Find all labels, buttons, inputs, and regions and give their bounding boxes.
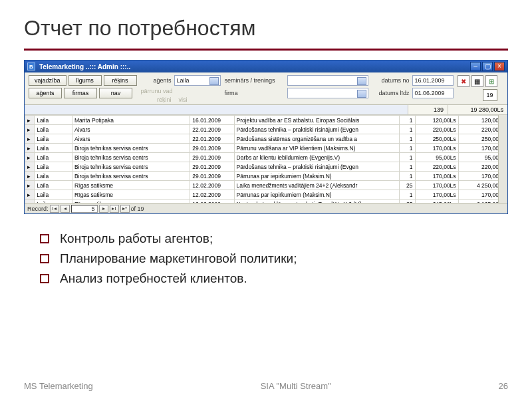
date-to-label: datums līdz — [372, 90, 410, 96]
cell: Laila — [35, 144, 72, 153]
cell: Pārrunu vadīšana ar VIP klientiem (Maksi… — [234, 144, 399, 153]
minimize-button[interactable]: – — [470, 62, 481, 71]
record-position[interactable]: 5 — [71, 205, 98, 213]
cell: Pārdošanas tehnika – praktiski risinājum… — [234, 125, 399, 134]
cell: 95,00Ls — [415, 153, 458, 162]
data-grid[interactable]: ▸LailaMarita Potipaka16.01.2009Projektu … — [25, 115, 507, 203]
cell: ▸ — [25, 125, 35, 134]
cell: Pārrunas par iepirkumiem (Maksim.N) — [234, 172, 399, 181]
cell: 1 — [399, 162, 415, 172]
table-row[interactable]: ▸LailaAivars22.01.2009Pārdošanas sistēma… — [25, 134, 507, 144]
cell: 170,00Ls — [415, 181, 458, 190]
cell: 22.01.2009 — [190, 134, 234, 144]
cell: 1 — [399, 172, 415, 181]
cell: Laika menedžments vadītājiem 24+2 (Aleks… — [234, 181, 399, 190]
cell: 1 — [399, 134, 415, 144]
cell: 25 — [399, 200, 415, 203]
cell: 120,00Ls — [415, 116, 458, 125]
parunu-label: pārrunu vad — [141, 88, 173, 94]
nav-prev-button[interactable]: ◂ — [61, 205, 70, 213]
table-row[interactable]: ▸LailaRīgas satiksme12.02.2009Laika mene… — [25, 181, 507, 190]
excel-icon[interactable]: ⊞ — [485, 75, 497, 87]
date-to-input[interactable]: 01.06.2009 — [412, 88, 454, 98]
table-row[interactable]: ▸LailaBiroja tehnikas servisa centrs29.0… — [25, 144, 507, 153]
seminar-select[interactable] — [287, 75, 368, 86]
cell: Projektu vadība ar ES atbalstu. Eiropas … — [234, 116, 399, 125]
cell: 220,00Ls — [415, 162, 458, 172]
bullet-box-icon — [40, 254, 49, 263]
cell: 12.02.2009 — [190, 200, 234, 203]
btn-nav[interactable]: nav — [99, 88, 132, 98]
date-from-label: datums no — [372, 77, 410, 84]
cell: Rīgas satiksme — [72, 181, 190, 190]
table-row[interactable]: ▸LailaRīgas satiksme12.02.2009Nestandart… — [25, 200, 507, 203]
cell: ▸ — [25, 116, 35, 125]
date-from-input[interactable]: 16.01.2009 — [412, 75, 454, 86]
cell: ▸ — [25, 200, 35, 203]
rekini-label: rēķini — [141, 96, 172, 103]
count-badge: 19 — [483, 89, 497, 101]
cell: ▸ — [25, 162, 35, 172]
cell: 29.01.2009 — [190, 153, 234, 162]
cell: 29.01.2009 — [190, 172, 234, 181]
cell: Laila — [35, 162, 72, 172]
bullet-box-icon — [40, 274, 49, 283]
footer-center: SIA "Multi Stream" — [261, 381, 331, 391]
app-window: B Telemarketing ..::: Admin :::.. – ▢ × … — [24, 60, 508, 214]
firma-select[interactable] — [287, 88, 368, 98]
cell: Rīgas satiksme — [72, 200, 190, 203]
table-row[interactable]: ▸LailaRīgas satiksme12.02.2009Pārrunas p… — [25, 190, 507, 200]
cell: 12.02.2009 — [190, 181, 234, 190]
agent-select[interactable]: Laila — [174, 75, 221, 86]
slide-footer: MS Telemarketing SIA "Multi Stream" 26 — [24, 381, 508, 391]
cell: 25 — [399, 181, 415, 190]
btn-rekins[interactable]: rēķins — [104, 75, 137, 86]
nav-last-button[interactable]: ▸I — [110, 205, 119, 213]
cell: 170,00Ls — [415, 190, 458, 200]
table-row[interactable]: ▸LailaMarita Potipaka16.01.2009Projektu … — [25, 116, 507, 125]
cell: 29.01.2009 — [190, 144, 234, 153]
btn-vajadziba[interactable]: vajadzība — [29, 75, 66, 86]
cell: Pārrunas par iepirkumiem (Maksim.N) — [234, 190, 399, 200]
cell: 1 — [399, 116, 415, 125]
btn-firmas[interactable]: firmas — [64, 88, 97, 98]
table-row[interactable]: ▸LailaBiroja tehnikas servisa centrs29.0… — [25, 153, 507, 162]
titlebar: B Telemarketing ..::: Admin :::.. – ▢ × — [25, 61, 507, 72]
summary-row: 139 19 280,00Ls — [25, 105, 507, 115]
nav-next-button[interactable]: ▸ — [99, 205, 108, 213]
nav-new-button[interactable]: ▸* — [120, 205, 130, 213]
nav-first-button[interactable]: I◂ — [50, 205, 59, 213]
cell: Laila — [35, 200, 72, 203]
btn-ligums[interactable]: līgums — [68, 75, 102, 86]
summary-total: 19 280,00Ls — [448, 105, 507, 114]
table-icon[interactable]: ▦ — [471, 75, 483, 87]
delete-icon[interactable]: ✖ — [458, 75, 469, 87]
cell: Aivars — [72, 125, 190, 134]
bullet-list: Контроль работы агентов; Планирование ма… — [24, 231, 508, 291]
cell: 22.01.2009 — [190, 125, 234, 134]
bullet-text: Контроль работы агентов; — [60, 231, 213, 246]
cell: ▸ — [25, 172, 35, 181]
cell: 1 — [399, 153, 415, 162]
cell: 245,00Ls — [415, 200, 458, 203]
cell: Laila — [35, 134, 72, 144]
seminar-label: seminārs / trenings — [225, 77, 285, 84]
app-title: Telemarketing ..::: Admin :::.. — [39, 63, 466, 70]
table-row[interactable]: ▸LailaAivars22.01.2009Pārdošanas tehnika… — [25, 125, 507, 134]
maximize-button[interactable]: ▢ — [482, 62, 493, 71]
table-row[interactable]: ▸LailaBiroja tehnikas servisa centrs29.0… — [25, 172, 507, 181]
bullet-item: Анализ потребностей клиентов. — [40, 271, 508, 286]
cell: 12.02.2009 — [190, 190, 234, 200]
cell: Biroja tehnikas servisa centrs — [72, 153, 190, 162]
cell: 170,00Ls — [415, 172, 458, 181]
summary-count: 139 — [408, 105, 448, 114]
cell: Biroja tehnikas servisa centrs — [72, 162, 190, 172]
table-row[interactable]: ▸LailaBiroja tehnikas servisa centrs29.0… — [25, 162, 507, 172]
cell: ▸ — [25, 153, 35, 162]
footer-right: 26 — [499, 381, 508, 391]
vertical-scrollbar[interactable] — [498, 115, 507, 203]
btn-agents[interactable]: aģents — [29, 88, 62, 98]
close-button[interactable]: × — [494, 62, 505, 71]
cell: 16.01.2009 — [190, 116, 234, 125]
cell: 29.01.2009 — [190, 162, 234, 172]
